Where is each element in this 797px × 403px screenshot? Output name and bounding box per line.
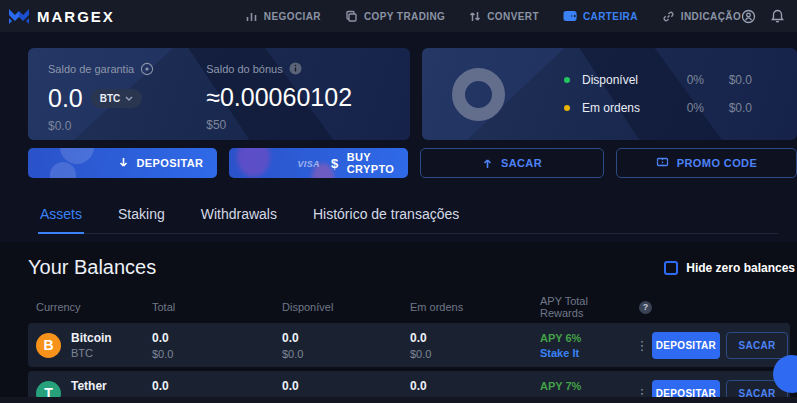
- green-dot-icon: [564, 77, 570, 83]
- apy-value: APY 6%: [540, 332, 632, 344]
- main-content: Saldo de garantia 0.0 BTC $0.0 Saldo do: [0, 32, 797, 234]
- question-icon[interactable]: ?: [639, 301, 652, 314]
- nav-items: NEGOCIAR COPY TRADING CONVERT CARTEIRA I…: [245, 10, 741, 23]
- nav-item-label: NEGOCIAR: [264, 11, 321, 22]
- allocation-donut-chart: [452, 68, 505, 121]
- link-icon: [662, 10, 675, 23]
- arrow-down-icon: [118, 157, 129, 169]
- em-ordens-usd: $0.0: [410, 348, 540, 360]
- coin-symbol: BTC: [71, 347, 112, 359]
- tab-withdrawals[interactable]: Withdrawals: [199, 200, 279, 233]
- bonus-usd: $50: [206, 118, 352, 132]
- stake-it-link[interactable]: Stake It: [540, 347, 632, 359]
- row-depositar-button[interactable]: DEPOSITAR: [652, 332, 720, 359]
- support-icon[interactable]: [741, 9, 756, 24]
- bonus-label: Saldo do bónus: [206, 63, 282, 75]
- disponivel-value: 0.0: [282, 379, 410, 393]
- coin-name: Bitcoin: [71, 331, 112, 345]
- convert-arrows-icon: [469, 10, 481, 23]
- legend-item-disponivel: Disponível 0% $0.0: [564, 73, 752, 87]
- nav-item-label: COPY TRADING: [364, 11, 445, 22]
- buy-crypto-button[interactable]: VISA $ BUY CRYPTO: [229, 148, 408, 178]
- nav-item-indicacao[interactable]: INDICAÇÃO: [662, 10, 741, 23]
- col-em-ordens: Em ordens: [410, 301, 540, 313]
- top-nav: MARGEX NEGOCIAR COPY TRADING CONVERT CAR…: [0, 0, 797, 32]
- visa-hint: VISA: [297, 159, 320, 169]
- depositar-label: DEPOSITAR: [137, 157, 204, 169]
- garantia-label: Saldo de garantia: [48, 63, 134, 75]
- nav-item-copy-trading[interactable]: COPY TRADING: [345, 10, 445, 23]
- hide-zero-label: Hide zero balances: [686, 261, 795, 275]
- legend-percent: 0%: [662, 101, 704, 115]
- promo-tag-icon: [656, 157, 669, 169]
- wallet-icon: [563, 10, 577, 22]
- row-menu-icon[interactable]: ⋮: [632, 338, 652, 353]
- bitcoin-icon: B: [36, 333, 61, 358]
- yellow-dot-icon: [564, 105, 570, 111]
- disponivel-usd: $0.0: [282, 348, 410, 360]
- wallet-tabs: Assets Staking Withdrawals Histórico de …: [38, 200, 778, 234]
- legend-label: Em ordens: [582, 101, 662, 115]
- coin-name: Tether: [71, 379, 107, 393]
- garantia-usd: $0.0: [48, 119, 154, 133]
- bonus-value: ≈0.00060102: [206, 83, 352, 112]
- promo-code-label: PROMO CODE: [677, 157, 757, 169]
- chevron-down-icon: [125, 96, 133, 101]
- nav-item-negociar[interactable]: NEGOCIAR: [245, 10, 321, 23]
- brand-name: MARGEX: [37, 8, 115, 25]
- eye-icon[interactable]: [140, 62, 154, 76]
- margex-logo[interactable]: MARGEX: [8, 7, 115, 25]
- balances-section: Your Balances Hide zero balances Currenc…: [0, 242, 797, 403]
- em-ordens-value: 0.0: [410, 379, 540, 393]
- total-value: 0.0: [152, 331, 282, 345]
- tab-staking[interactable]: Staking: [116, 200, 167, 233]
- bell-icon[interactable]: [771, 9, 784, 23]
- action-buttons: DEPOSITAR VISA $ BUY CRYPTO SACAR PROMO …: [28, 148, 797, 178]
- nav-item-carteira[interactable]: CARTEIRA: [563, 10, 638, 22]
- col-currency: Currency: [36, 301, 152, 313]
- row-sacar-button[interactable]: SACAR: [726, 332, 788, 359]
- total-usd: $0.0: [152, 348, 282, 360]
- legend-item-em-ordens: Em ordens 0% $0.0: [564, 101, 752, 115]
- currency-selected: BTC: [100, 93, 121, 104]
- col-apy: APY Total Rewards: [540, 295, 633, 319]
- table-header: Currency Total Disponível Em ordens APY …: [28, 295, 790, 319]
- apy-value: APY 7%: [540, 380, 632, 392]
- nav-item-convert[interactable]: CONVERT: [469, 10, 539, 23]
- allocation-legend: Disponível 0% $0.0 Em ordens 0% $0.0: [564, 73, 752, 115]
- garantia-block: Saldo de garantia 0.0 BTC $0.0: [48, 62, 154, 140]
- currency-selector[interactable]: BTC: [91, 89, 143, 108]
- col-disponivel: Disponível: [282, 301, 410, 313]
- balance-cards: Saldo de garantia 0.0 BTC $0.0 Saldo do: [28, 48, 797, 140]
- footer-strip: [0, 397, 797, 403]
- nav-item-label: CONVERT: [487, 11, 539, 22]
- legend-label: Disponível: [582, 73, 662, 87]
- info-icon[interactable]: [289, 62, 302, 75]
- hide-zero-checkbox[interactable]: [664, 261, 678, 275]
- buy-crypto-label: BUY CRYPTO: [347, 151, 408, 175]
- sacar-label: SACAR: [501, 157, 542, 169]
- nav-item-label: INDICAÇÃO: [681, 11, 741, 22]
- bonus-block: Saldo do bónus ≈0.00060102 $50: [206, 62, 352, 140]
- sacar-button[interactable]: SACAR: [420, 148, 604, 178]
- tab-assets[interactable]: Assets: [38, 200, 84, 233]
- total-value: 0.0: [152, 379, 282, 393]
- depositar-button[interactable]: DEPOSITAR: [28, 148, 217, 178]
- promo-code-button[interactable]: PROMO CODE: [616, 148, 797, 178]
- copy-icon: [345, 10, 358, 23]
- garantia-value: 0.0: [48, 84, 83, 113]
- em-ordens-value: 0.0: [410, 331, 540, 345]
- wallet-balance-card: Saldo de garantia 0.0 BTC $0.0 Saldo do: [28, 48, 410, 140]
- legend-usd: $0.0: [704, 101, 752, 115]
- arrow-up-icon: [482, 157, 493, 169]
- col-total: Total: [152, 301, 282, 313]
- legend-usd: $0.0: [704, 73, 752, 87]
- disponivel-value: 0.0: [282, 331, 410, 345]
- legend-percent: 0%: [662, 73, 704, 87]
- tab-historico[interactable]: Histórico de transações: [311, 200, 461, 233]
- chart-bars-icon: [245, 10, 258, 23]
- section-title: Your Balances: [28, 256, 156, 279]
- nav-right-icons: [741, 7, 797, 25]
- nav-item-label: CARTEIRA: [583, 11, 638, 22]
- hide-zero-toggle[interactable]: Hide zero balances: [664, 261, 795, 275]
